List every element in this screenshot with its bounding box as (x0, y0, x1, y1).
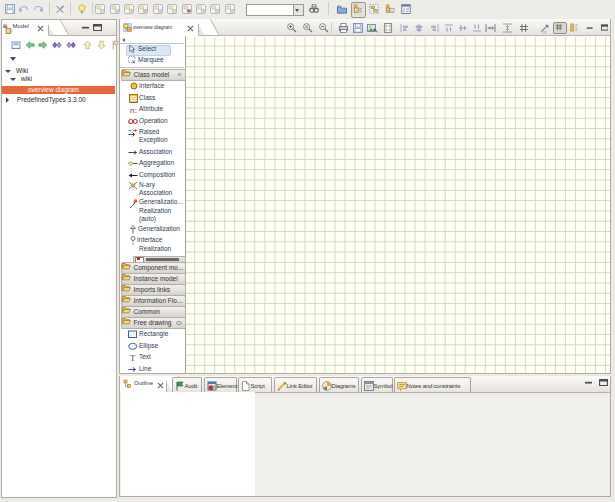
svg-text:T: T (130, 353, 136, 362)
svg-text:n:: n: (130, 106, 137, 115)
